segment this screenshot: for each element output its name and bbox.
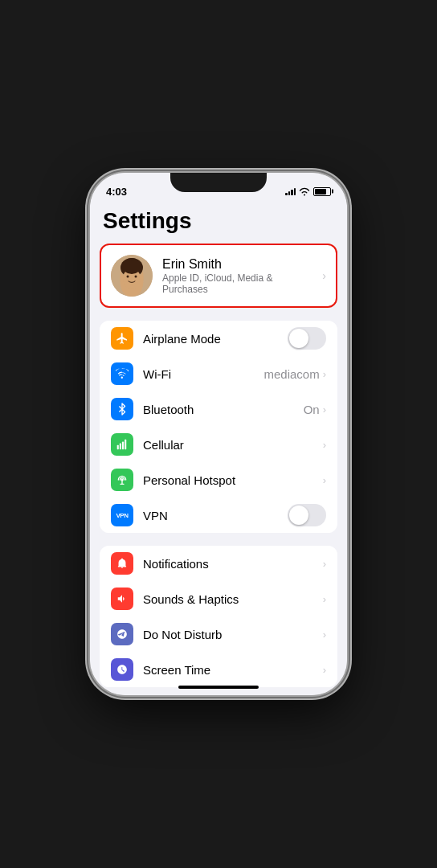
settings-group-system: Notifications › Sounds & Haptics › — [90, 546, 347, 687]
vpn-label: VPN — [143, 509, 288, 522]
cellular-chevron-icon: › — [323, 439, 326, 451]
battery-icon — [313, 187, 331, 196]
svg-rect-7 — [120, 444, 121, 450]
wifi-status-icon — [299, 187, 310, 196]
row-sounds-haptics[interactable]: Sounds & Haptics › — [100, 581, 337, 616]
sounds-haptics-label: Sounds & Haptics — [143, 592, 323, 606]
bluetooth-icon — [111, 398, 133, 420]
profile-subtitle: Apple ID, iCloud, Media & Purchases — [162, 272, 312, 295]
personal-hotspot-label: Personal Hotspot — [143, 473, 323, 487]
cellular-icon — [111, 433, 133, 456]
home-indicator — [178, 686, 259, 689]
row-personal-hotspot[interactable]: Personal Hotspot › — [100, 462, 337, 497]
row-airplane-mode[interactable]: Airplane Mode — [100, 321, 337, 356]
airplane-icon — [111, 327, 133, 350]
wifi-icon — [111, 362, 133, 385]
profile-chevron-icon: › — [322, 269, 326, 282]
notifications-icon — [111, 552, 133, 575]
airplane-mode-label: Airplane Mode — [143, 332, 288, 346]
profile-info: Erin Smith Apple ID, iCloud, Media & Pur… — [162, 257, 312, 295]
row-notifications[interactable]: Notifications › — [100, 546, 337, 581]
row-bluetooth[interactable]: Bluetooth On › — [100, 391, 337, 427]
phone-frame: 4:03 Settings — [90, 173, 347, 695]
wifi-value: mediacom — [263, 367, 319, 381]
profile-card[interactable]: Erin Smith Apple ID, iCloud, Media & Pur… — [100, 244, 337, 308]
bluetooth-chevron-icon: › — [323, 403, 326, 416]
row-do-not-disturb[interactable]: Do Not Disturb › — [100, 616, 337, 652]
status-time: 4:03 — [106, 186, 127, 198]
screen-time-icon — [111, 658, 133, 681]
wifi-label: Wi-Fi — [143, 367, 263, 381]
status-icons — [285, 187, 331, 196]
cellular-label: Cellular — [143, 438, 323, 452]
vpn-toggle-thumb — [289, 506, 308, 525]
svg-rect-8 — [122, 442, 124, 450]
svg-point-3 — [127, 276, 129, 278]
settings-group-connectivity: Airplane Mode Wi-Fi mediacom — [90, 321, 347, 533]
phone-inner: 4:03 Settings — [90, 173, 347, 695]
notifications-label: Notifications — [143, 557, 323, 571]
row-screen-time[interactable]: Screen Time › — [100, 652, 337, 687]
notch — [170, 173, 267, 192]
do-not-disturb-icon — [111, 623, 133, 645]
svg-rect-9 — [125, 440, 126, 450]
personal-hotspot-chevron-icon: › — [323, 474, 326, 486]
vpn-toggle[interactable] — [288, 504, 326, 526]
settings-section-connectivity: Airplane Mode Wi-Fi mediacom — [100, 321, 337, 533]
battery-fill — [315, 189, 326, 194]
notifications-chevron-icon: › — [323, 558, 326, 570]
row-vpn[interactable]: VPN VPN — [100, 497, 337, 533]
svg-point-4 — [135, 276, 137, 278]
airplane-mode-toggle-thumb — [289, 329, 308, 348]
do-not-disturb-label: Do Not Disturb — [143, 628, 323, 641]
signal-bars-icon — [285, 187, 296, 195]
avatar — [111, 255, 153, 297]
sounds-chevron-icon: › — [323, 593, 326, 605]
sounds-icon — [111, 588, 133, 610]
wifi-chevron-icon: › — [323, 368, 326, 380]
screen-time-label: Screen Time — [143, 663, 323, 677]
bluetooth-value: On — [304, 403, 320, 416]
screen-content[interactable]: Settings — [90, 202, 347, 695]
settings-section-system: Notifications › Sounds & Haptics › — [100, 546, 337, 687]
svg-rect-6 — [117, 445, 119, 450]
profile-name: Erin Smith — [162, 257, 312, 272]
hotspot-icon — [111, 469, 133, 491]
page-title: Settings — [90, 202, 347, 244]
do-not-disturb-chevron-icon: › — [323, 628, 326, 641]
airplane-mode-toggle[interactable] — [288, 327, 326, 350]
vpn-icon: VPN — [111, 504, 133, 526]
row-wifi[interactable]: Wi-Fi mediacom › — [100, 356, 337, 391]
row-cellular[interactable]: Cellular › — [100, 427, 337, 462]
bluetooth-label: Bluetooth — [143, 403, 304, 416]
screen-time-chevron-icon: › — [323, 664, 326, 676]
